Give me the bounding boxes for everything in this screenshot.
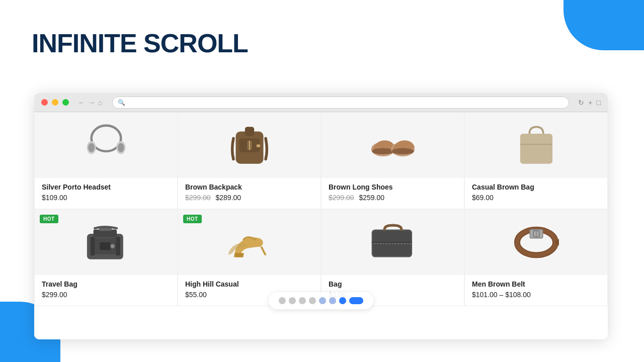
browser-chrome: ← → ⌂ 🔍 ↻ + □ [34, 93, 608, 112]
refresh-button[interactable]: ↻ [578, 99, 584, 107]
product-price-belt: $101.00 – $108.00 [472, 291, 600, 299]
product-name-heels: High Hill Casual [185, 280, 313, 288]
nav-home-button[interactable]: ⌂ [98, 99, 102, 107]
svg-rect-8 [245, 127, 254, 136]
svg-rect-17 [520, 134, 552, 164]
product-card-shoes[interactable]: Brown Long Shoes $299.00 $259.00 [321, 112, 464, 209]
product-info-travelbag: Travel Bag $299.00 [35, 275, 177, 306]
old-price-backpack: $299.00 [185, 194, 211, 202]
product-image-backpack [178, 113, 320, 178]
svg-point-6 [117, 143, 124, 152]
product-price-casualbag: $69.00 [472, 194, 600, 202]
product-image-laptopbag [321, 210, 464, 275]
product-image-shoes [321, 113, 464, 178]
decorative-blob-top-right [564, 0, 644, 50]
browser-actions: ↻ + □ [578, 99, 601, 107]
pagination-dot-7[interactable] [339, 297, 346, 304]
svg-rect-25 [90, 237, 94, 255]
hot-badge-heels: HOT [183, 215, 202, 223]
product-info-backpack: Brown Backpack $299.00 $289.00 [178, 178, 320, 209]
product-image-casualbag [465, 113, 607, 178]
pagination-dot-active-wide[interactable] [349, 297, 363, 304]
pagination-dot-6[interactable] [329, 297, 336, 304]
nav-back-button[interactable]: ← [78, 99, 85, 107]
pagination-dot-1[interactable] [279, 297, 286, 304]
current-price-shoes: $259.00 [359, 194, 385, 202]
new-tab-button[interactable]: + [588, 99, 592, 107]
product-info-casualbag: Casual Brown Bag $69.00 [465, 178, 607, 209]
pagination-dot-5[interactable] [319, 297, 326, 304]
browser-search-bar[interactable]: 🔍 [112, 97, 569, 109]
more-button[interactable]: □ [597, 99, 601, 107]
hot-badge-travelbag: HOT [40, 215, 58, 223]
product-card-backpack[interactable]: Brown Backpack $299.00 $289.00 [178, 112, 321, 209]
search-icon: 🔍 [118, 99, 125, 106]
product-card-headset[interactable]: Silver Porto Headset $109.00 [34, 112, 178, 209]
pagination-dots-container [269, 292, 373, 309]
product-card-belt[interactable]: Men Brown Belt $101.00 – $108.00 [464, 209, 608, 306]
product-image-headset [35, 113, 177, 178]
product-name-casualbag: Casual Brown Bag [472, 183, 600, 191]
product-price-headset: $109.00 [42, 194, 170, 202]
product-price-travelbag: $299.00 [42, 291, 170, 299]
product-name-shoes: Brown Long Shoes [329, 183, 457, 191]
browser-nav: ← → ⌂ [78, 99, 102, 107]
pagination-dot-4[interactable] [309, 297, 316, 304]
product-card-casualbag[interactable]: Casual Brown Bag $69.00 [464, 112, 608, 209]
product-name-belt: Men Brown Belt [472, 280, 600, 288]
browser-window: ← → ⌂ 🔍 ↻ + □ [34, 93, 608, 339]
svg-rect-26 [116, 237, 120, 255]
old-price-shoes: $299.00 [329, 194, 354, 202]
product-price-shoes: $299.00 $259.00 [329, 194, 457, 202]
pagination-dot-3[interactable] [299, 297, 306, 304]
traffic-light-red[interactable] [41, 99, 48, 106]
svg-rect-23 [100, 242, 110, 250]
product-name-headset: Silver Porto Headset [42, 183, 170, 191]
product-name-travelbag: Travel Bag [42, 280, 170, 288]
product-info-belt: Men Brown Belt $101.00 – $108.00 [465, 275, 607, 306]
product-info-shoes: Brown Long Shoes $299.00 $259.00 [321, 178, 464, 209]
nav-forward-button[interactable]: → [88, 99, 95, 107]
pagination-dot-2[interactable] [289, 297, 296, 304]
product-card-travelbag[interactable]: HOT Travel [34, 209, 178, 306]
svg-point-16 [391, 148, 414, 155]
page-title: INFINITE SCROLL [32, 28, 248, 58]
product-info-headset: Silver Porto Headset $109.00 [35, 178, 177, 209]
svg-point-5 [88, 143, 95, 152]
traffic-light-green[interactable] [62, 99, 69, 106]
product-grid: Silver Porto Headset $109.00 [34, 112, 608, 306]
product-image-belt [465, 210, 607, 275]
current-price-backpack: $289.00 [216, 194, 242, 202]
product-price-backpack: $299.00 $289.00 [185, 194, 313, 202]
pagination-overlay [269, 292, 373, 309]
traffic-light-yellow[interactable] [52, 99, 58, 106]
svg-point-14 [372, 148, 394, 155]
product-name-laptopbag: Bag [329, 280, 457, 288]
svg-point-24 [110, 244, 114, 248]
product-name-backpack: Brown Backpack [185, 183, 313, 191]
svg-rect-12 [256, 144, 260, 147]
